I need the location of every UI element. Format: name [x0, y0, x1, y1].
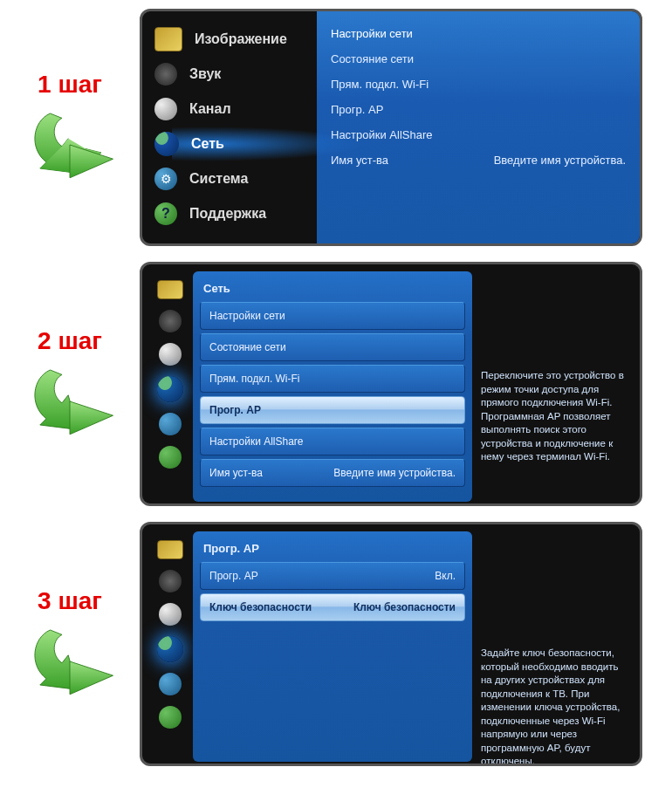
step-3-label: 3 шаг — [38, 587, 102, 615]
channel-icon[interactable] — [159, 343, 182, 366]
picture-icon[interactable] — [157, 280, 183, 299]
device-name-label: Имя уст-ва — [209, 467, 263, 479]
row-net-status[interactable]: Состояние сети — [200, 333, 465, 361]
menu-label: Система — [189, 171, 248, 187]
svg-marker-1 — [70, 401, 113, 435]
row-soft-ap[interactable]: Прогр. AP — [200, 396, 465, 424]
menu-label: Поддержка — [189, 206, 266, 222]
panel-title: Прогр. AP — [200, 537, 465, 562]
row-device-name[interactable]: Имя уст-ва Введите имя устройства. — [200, 459, 465, 487]
svg-marker-0 — [70, 145, 113, 178]
menu-item-sound[interactable]: Звук — [154, 57, 317, 92]
network-icon — [154, 132, 179, 156]
row-allshare[interactable]: Настройки AllShare — [200, 428, 465, 455]
step-arrow-icon — [22, 362, 118, 441]
tv-screen-step1: Изображение Звук Канал Сеть ⚙ Сист — [140, 9, 642, 246]
main-menu: Изображение Звук Канал Сеть ⚙ Сист — [142, 11, 317, 243]
support-icon[interactable] — [159, 706, 182, 729]
help-text: Задайте ключ безопасности, который необх… — [481, 647, 629, 766]
submenu-net-status[interactable]: Состояние сети — [331, 52, 626, 65]
network-icon[interactable] — [157, 376, 183, 402]
sound-icon — [154, 63, 177, 86]
icon-rail — [153, 280, 188, 469]
svg-marker-2 — [70, 661, 113, 695]
menu-item-support[interactable]: ? Поддержка — [154, 196, 317, 231]
sec-key-label: Ключ безопасности — [209, 601, 312, 613]
panel-empty-area — [200, 623, 465, 754]
submenu-soft-ap[interactable]: Прогр. AP — [331, 103, 626, 116]
device-name-value: Введите имя устройства. — [333, 467, 456, 479]
sec-key-value: Ключ безопасности — [353, 601, 456, 613]
submenu-net-settings[interactable]: Настройки сети — [331, 27, 626, 40]
support-icon[interactable] — [159, 446, 182, 469]
sound-icon[interactable] — [159, 310, 182, 332]
system-icon[interactable] — [159, 413, 182, 435]
picture-icon — [154, 27, 182, 51]
support-icon: ? — [154, 202, 177, 225]
icon-rail — [153, 540, 188, 729]
system-icon[interactable] — [159, 673, 182, 695]
row-wifi-direct[interactable]: Прям. подкл. Wi-Fi — [200, 365, 465, 393]
menu-label: Звук — [189, 66, 221, 82]
menu-item-system[interactable]: ⚙ Система — [154, 161, 317, 196]
submenu-panel: Настройки сети Состояние сети Прям. подк… — [317, 11, 640, 243]
tv-screen-step2: Сеть Настройки сети Состояние сети Прям.… — [140, 262, 642, 506]
soft-ap-value: Вкл. — [435, 570, 456, 582]
menu-label: Изображение — [195, 31, 287, 47]
step-arrow-icon — [22, 622, 118, 701]
menu-item-picture[interactable]: Изображение — [154, 22, 317, 57]
network-icon[interactable] — [157, 636, 183, 662]
step-arrow-icon — [22, 106, 118, 184]
channel-icon — [154, 98, 177, 120]
row-security-key[interactable]: Ключ безопасности Ключ безопасности — [200, 593, 465, 621]
picture-icon[interactable] — [157, 540, 183, 559]
submenu-device-name[interactable]: Имя уст-ва Введите имя устройства. — [331, 154, 626, 167]
channel-icon[interactable] — [159, 603, 182, 626]
soft-ap-panel: Прогр. AP Прогр. AP Вкл. Ключ безопаснос… — [193, 531, 472, 762]
step-1-label: 1 шаг — [38, 71, 102, 99]
system-icon: ⚙ — [154, 168, 177, 190]
soft-ap-label: Прогр. AP — [209, 570, 258, 582]
row-net-settings[interactable]: Настройки сети — [200, 302, 465, 330]
menu-label: Сеть — [191, 136, 224, 152]
device-name-value: Введите имя устройства. — [494, 154, 626, 167]
sound-icon[interactable] — [159, 570, 182, 592]
step-2-label: 2 шаг — [38, 327, 102, 355]
panel-title: Сеть — [200, 277, 465, 302]
help-text: Переключите это устройство в режим точки… — [481, 369, 629, 464]
row-soft-ap-toggle[interactable]: Прогр. AP Вкл. — [200, 562, 465, 590]
menu-item-network[interactable]: Сеть — [154, 127, 317, 161]
submenu-allshare[interactable]: Настройки AllShare — [331, 128, 626, 141]
submenu-wifi-direct[interactable]: Прям. подкл. Wi-Fi — [331, 78, 626, 91]
menu-item-channel[interactable]: Канал — [154, 92, 317, 127]
tv-screen-step3: Прогр. AP Прогр. AP Вкл. Ключ безопаснос… — [140, 522, 642, 766]
menu-label: Канал — [189, 101, 231, 117]
network-panel: Сеть Настройки сети Состояние сети Прям.… — [193, 271, 472, 502]
